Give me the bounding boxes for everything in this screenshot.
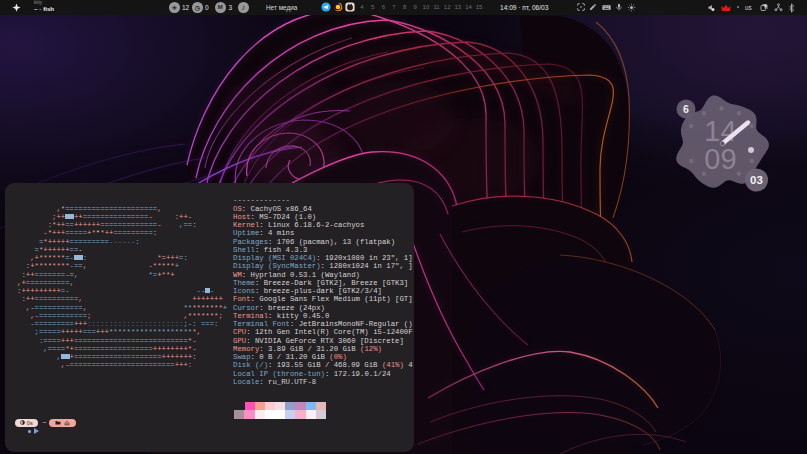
svg-text:09: 09 [704,143,736,175]
svg-text:6: 6 [683,103,689,115]
svg-text:03: 03 [750,174,763,186]
